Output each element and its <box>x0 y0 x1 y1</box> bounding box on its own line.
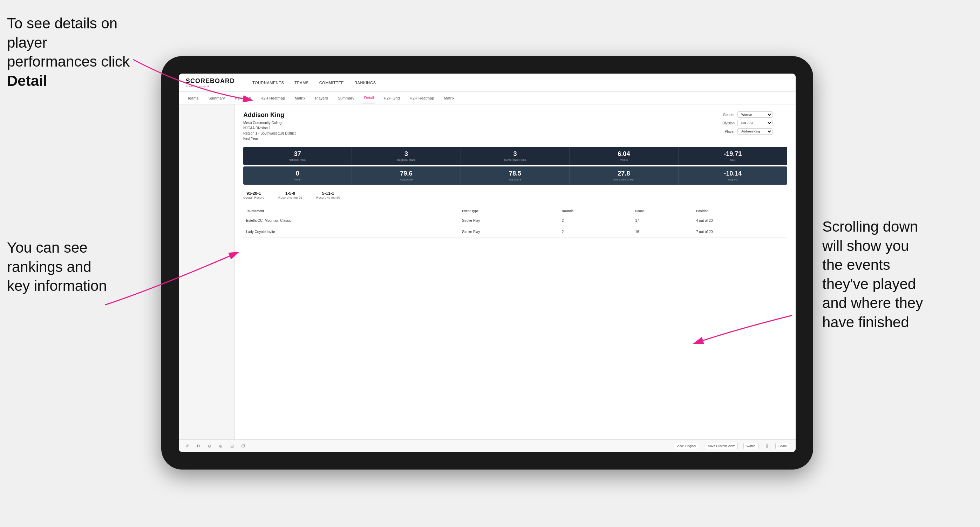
undo-icon[interactable]: ↺ <box>185 443 190 449</box>
row1-event-type: Stroke Play <box>459 215 559 226</box>
annotation-right-line1: Scrolling down <box>822 218 918 235</box>
stat-avg-sg-value: -10.14 <box>681 170 784 177</box>
timer-icon[interactable]: ⏱ <box>240 443 246 449</box>
sub-nav-summary2[interactable]: Summary <box>336 93 356 103</box>
tablet-frame: SCOREBOARD Powered by clippd TOURNAMENTS… <box>161 56 813 470</box>
redo-icon[interactable]: ↻ <box>196 443 201 449</box>
player-header: Addison King Mesa Community College NJCA… <box>243 111 787 141</box>
sub-nav-h2h-heatmap2[interactable]: H2H Heatmap <box>408 93 436 103</box>
zoom-in-icon[interactable]: ⊕ <box>218 443 224 449</box>
annotation-bottom-left: You can see rankings and key information <box>7 238 140 296</box>
player-year: First Year <box>243 136 296 141</box>
sub-nav-detail[interactable]: Detail <box>363 93 375 103</box>
record-top25: 1-5-0 Record vs top 25 <box>278 191 302 199</box>
col-tournament: Tournament <box>243 207 459 215</box>
player-label: Player <box>717 130 735 133</box>
gender-select[interactable]: Women <box>737 111 773 118</box>
annotation-top-left: To see details on player performances cl… <box>7 14 140 90</box>
annotation-right-line3: the events <box>822 257 890 273</box>
stat-points: 6.04 Points <box>570 147 678 165</box>
stat-sos: -19.71 SoS <box>679 147 787 165</box>
stat-wins: 0 Wins <box>243 167 352 185</box>
table-row: Estella CC- Mountain Classic Stroke Play… <box>243 215 787 226</box>
logo-clippd: clippd <box>201 85 208 88</box>
row1-rounds: 2 <box>559 215 633 226</box>
player-info: Addison King Mesa Community College NJCA… <box>243 111 296 141</box>
sub-nav-summary[interactable]: Summary <box>207 93 226 103</box>
record-top50: 5-11-1 Record vs top 50 <box>316 191 340 199</box>
gender-control: Gender Women <box>717 111 787 118</box>
view-original-button[interactable]: View: Original <box>674 443 699 449</box>
player-division: NJCAA Division 1 <box>243 125 296 131</box>
sub-nav-h2h-grid2[interactable]: H2H Grid <box>382 93 401 103</box>
player-region: Region 1 - Southwest (18) District <box>243 131 296 136</box>
sub-nav-players[interactable]: Players <box>314 93 329 103</box>
division-control: Division NJCAA I <box>717 120 787 126</box>
sub-nav-h2h-grid[interactable]: H2H Grid <box>233 93 252 103</box>
stat-points-value: 6.04 <box>573 150 675 158</box>
sub-nav-h2h-heatmap[interactable]: H2H Heatmap <box>259 93 286 103</box>
sub-nav-matrix[interactable]: Matrix <box>293 93 307 103</box>
nav-teams[interactable]: TEAMS <box>294 79 309 86</box>
nav-committee[interactable]: COMMITTEE <box>319 79 344 86</box>
annotation-line1: You can see <box>7 239 88 256</box>
screen-icon[interactable]: 🖥 <box>764 443 770 449</box>
main-content: Addison King Mesa Community College NJCA… <box>179 105 795 440</box>
player-control: Player Addison King <box>717 128 787 135</box>
records-row: 91-20-1 Overall Record 1-5-0 Record vs t… <box>243 189 787 202</box>
logo-powered: Powered by clippd <box>186 85 235 88</box>
stat-conference-rank-label: Conference Rank <box>464 159 566 162</box>
record-top50-label: Record vs top 50 <box>316 196 340 199</box>
stat-avg-sg-label: Avg SG <box>681 178 784 181</box>
row2-tournament: Lady Coyote Invite <box>243 226 459 238</box>
stat-national-rank-value: 37 <box>246 150 349 158</box>
stat-avg-score-to-par-value: 27.8 <box>573 170 675 177</box>
top-nav: SCOREBOARD Powered by clippd TOURNAMENTS… <box>179 74 795 92</box>
save-custom-view-button[interactable]: Save Custom View <box>705 443 738 449</box>
zoom-out-icon[interactable]: ⊖ <box>207 443 212 449</box>
nav-tournaments[interactable]: TOURNAMENTS <box>252 79 284 86</box>
player-name: Addison King <box>243 111 296 119</box>
share-button[interactable]: Share <box>775 443 790 449</box>
gender-label: Gender <box>717 113 735 117</box>
table-row: Lady Coyote Invite Stroke Play 2 16 7 ou… <box>243 226 787 238</box>
logo-scoreboard: SCOREBOARD <box>186 78 235 85</box>
stat-wins-value: 0 <box>246 170 349 177</box>
sub-nav-teams[interactable]: Teams <box>186 93 200 103</box>
annotation-right-line6: have finished <box>822 314 909 330</box>
record-top25-label: Record vs top 25 <box>278 196 302 199</box>
stats-grid-row1: 37 National Rank 3 Regional Rank 3 Confe… <box>243 147 787 165</box>
stats-grid-row2: 0 Wins 79.6 Avg Score 78.5 Adj Score 27.… <box>243 167 787 185</box>
stat-adj-score-value: 78.5 <box>464 170 566 177</box>
nav-rankings[interactable]: RANKINGS <box>354 79 376 86</box>
stat-avg-score-to-par-label: Avg Score to Par <box>573 178 675 181</box>
col-rounds: Rounds <box>559 207 633 215</box>
stat-avg-score-label: Avg Score <box>355 178 457 181</box>
sub-nav-matrix2[interactable]: Matrix <box>442 93 456 103</box>
annotation-right-line2: will show you <box>822 238 909 254</box>
stat-conference-rank-value: 3 <box>464 150 566 158</box>
division-select[interactable]: NJCAA I <box>737 120 773 126</box>
bottom-toolbar: ↺ ↻ ⊖ ⊕ ⊟ ⏱ View: Original Save Custom V… <box>179 440 795 452</box>
player-select[interactable]: Addison King <box>737 128 773 135</box>
division-label: Division <box>717 121 735 125</box>
stat-sos-label: SoS <box>681 159 784 162</box>
stat-national-rank: 37 National Rank <box>243 147 352 165</box>
crop-icon[interactable]: ⊟ <box>229 443 235 449</box>
col-score: Score <box>632 207 693 215</box>
stat-adj-score: 78.5 Adj Score <box>461 167 570 185</box>
record-overall-label: Overall Record <box>243 196 264 199</box>
tablet-screen: SCOREBOARD Powered by clippd TOURNAMENTS… <box>179 74 795 452</box>
watch-button[interactable]: Watch <box>743 443 759 449</box>
record-overall: 91-20-1 Overall Record <box>243 191 264 199</box>
content-area: Addison King Mesa Community College NJCA… <box>235 105 795 440</box>
logo-area: SCOREBOARD Powered by clippd <box>186 78 235 88</box>
annotation-right: Scrolling down will show you the events … <box>822 217 969 332</box>
stat-points-label: Points <box>573 159 675 162</box>
row2-rounds: 2 <box>559 226 633 238</box>
stat-national-rank-label: National Rank <box>246 159 349 162</box>
stat-avg-score-to-par: 27.8 Avg Score to Par <box>570 167 678 185</box>
record-top25-value: 1-5-0 <box>278 191 302 196</box>
stat-adj-score-label: Adj Score <box>464 178 566 181</box>
row2-score: 16 <box>632 226 693 238</box>
